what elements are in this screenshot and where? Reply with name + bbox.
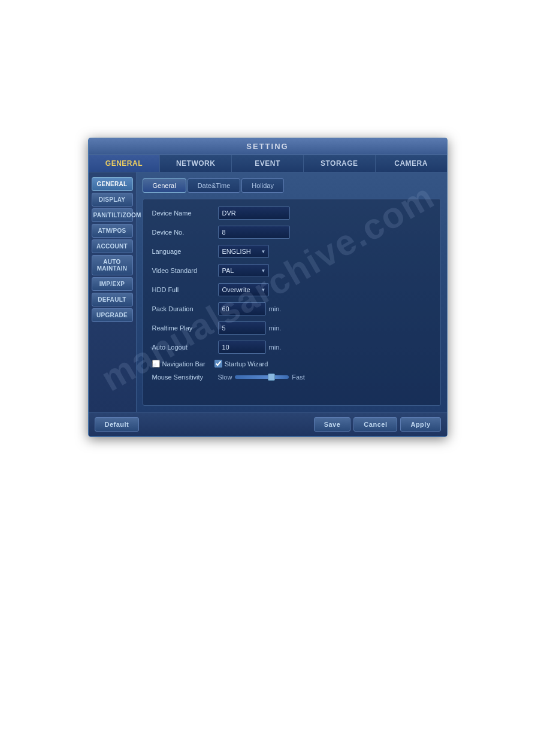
sidebar: GENERAL DISPLAY PAN/TILT/ZOOM ATM/POS AC… [89, 172, 137, 412]
form-panel: Device Name Device No. Language ENGLISH … [143, 199, 441, 406]
realtime-play-row: Realtime Play min. [152, 321, 431, 335]
pack-duration-unit: min. [269, 305, 282, 312]
pack-duration-input[interactable] [218, 302, 266, 315]
mouse-sensitivity-row: Mouse Sensitivity Slow Fast [152, 374, 431, 381]
bottom-bar: Default Save Cancel Apply [89, 412, 447, 436]
tab-storage[interactable]: STORAGE [304, 155, 376, 172]
default-button[interactable]: Default [95, 417, 140, 432]
sidebar-item-atm-pos[interactable]: ATM/POS [92, 224, 133, 238]
startup-wizard-checkbox[interactable] [214, 360, 222, 368]
mouse-sensitivity-label: Mouse Sensitivity [152, 374, 218, 381]
video-standard-select-wrapper: PAL NTSC [218, 264, 269, 277]
auto-logout-row: Auto Logout min. [152, 341, 431, 354]
sidebar-item-pan-tilt[interactable]: PAN/TILT/ZOOM [92, 208, 133, 222]
video-standard-label: Video Standard [152, 267, 218, 274]
sidebar-item-imp-exp[interactable]: IMP/EXP [92, 277, 133, 291]
video-standard-row: Video Standard PAL NTSC [152, 264, 431, 277]
video-standard-select[interactable]: PAL NTSC [218, 264, 269, 277]
main-window: manualsarchive.com SETTING GENERAL NETWO… [88, 138, 448, 437]
device-no-label: Device No. [152, 229, 218, 236]
startup-wizard-item: Startup Wizard [214, 360, 268, 368]
auto-logout-input[interactable] [218, 341, 266, 354]
sub-tab-holiday[interactable]: Holiday [241, 178, 284, 193]
hdd-full-select-wrapper: Overwrite Stop [218, 283, 269, 296]
startup-wizard-label: Startup Wizard [225, 360, 268, 368]
tab-general[interactable]: GENERAL [89, 155, 161, 172]
content-area: GENERAL DISPLAY PAN/TILT/ZOOM ATM/POS AC… [89, 172, 447, 412]
pack-duration-row: Pack Duration min. [152, 302, 431, 315]
sub-tab-general[interactable]: General [143, 178, 186, 193]
device-no-input[interactable] [218, 226, 290, 239]
device-name-label: Device Name [152, 210, 218, 217]
sidebar-item-upgrade[interactable]: UPGRADE [92, 308, 133, 322]
realtime-play-input[interactable] [218, 321, 266, 335]
hdd-full-select[interactable]: Overwrite Stop [218, 283, 269, 296]
sub-tabs: General Date&Time Holiday [143, 178, 441, 193]
sidebar-item-display[interactable]: DISPLAY [92, 193, 133, 207]
language-select[interactable]: ENGLISH CHINESE SPANISH [218, 245, 269, 258]
slider-fast-label: Fast [292, 374, 304, 381]
title-bar: SETTING [89, 138, 447, 155]
device-name-row: Device Name [152, 207, 431, 220]
slider-slow-label: Slow [218, 374, 232, 381]
device-name-input[interactable] [218, 207, 290, 220]
hdd-full-label: HDD Full [152, 286, 218, 293]
hdd-full-row: HDD Full Overwrite Stop [152, 283, 431, 296]
navigation-bar-checkbox[interactable] [152, 360, 160, 368]
auto-logout-unit: min. [269, 344, 282, 351]
tab-camera[interactable]: CAMERA [376, 155, 447, 172]
sidebar-item-account[interactable]: ACCOUNT [92, 239, 133, 253]
language-select-wrapper: ENGLISH CHINESE SPANISH [218, 245, 269, 258]
language-label: Language [152, 248, 218, 255]
sub-tab-date-time[interactable]: Date&Time [188, 178, 241, 193]
sidebar-item-auto-maintain[interactable]: AUTO MAINTAIN [92, 255, 133, 275]
navigation-bar-label: Navigation Bar [162, 360, 205, 368]
apply-button[interactable]: Apply [400, 417, 440, 432]
save-button[interactable]: Save [314, 417, 351, 432]
top-nav: GENERAL NETWORK EVENT STORAGE CAMERA [89, 155, 447, 172]
sidebar-item-default[interactable]: DEFAULT [92, 293, 133, 306]
pack-duration-label: Pack Duration [152, 305, 218, 312]
tab-network[interactable]: NETWORK [160, 155, 232, 172]
auto-logout-label: Auto Logout [152, 344, 218, 351]
navigation-bar-item: Navigation Bar [152, 360, 205, 368]
right-buttons: Save Cancel Apply [314, 417, 441, 432]
checkbox-row: Navigation Bar Startup Wizard [152, 360, 431, 368]
window-title: SETTING [246, 142, 288, 151]
main-panel: General Date&Time Holiday Device Name De… [137, 172, 447, 412]
realtime-play-label: Realtime Play [152, 324, 218, 332]
sidebar-item-general[interactable]: GENERAL [92, 177, 133, 191]
tab-event[interactable]: EVENT [232, 155, 304, 172]
cancel-button[interactable]: Cancel [353, 417, 397, 432]
mouse-sensitivity-slider[interactable] [235, 375, 289, 379]
language-row: Language ENGLISH CHINESE SPANISH [152, 245, 431, 258]
device-no-row: Device No. [152, 226, 431, 239]
realtime-play-unit: min. [269, 324, 282, 332]
